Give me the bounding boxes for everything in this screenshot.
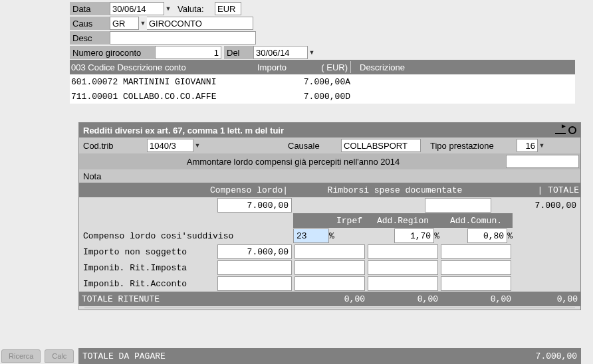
del-label: Del	[224, 46, 253, 59]
panel-title: Redditi diversi ex art. 67, comma 1 lett…	[83, 126, 284, 136]
row-importo: 7.000,00A	[257, 77, 350, 87]
totale-pagare-value: 7.000,00	[536, 351, 577, 361]
grid-header-currency: ( EUR)	[310, 62, 348, 72]
totale-ritenute-irpef: 0,00	[292, 294, 365, 304]
desc-label: Desc	[70, 31, 110, 45]
non-sogg-com[interactable]	[441, 244, 511, 259]
caus-code-input[interactable]: GR	[110, 17, 139, 30]
tab-ricerca[interactable]: Ricerca	[1, 349, 41, 363]
irpef-pct-input[interactable]: 23	[293, 228, 329, 243]
imposta-com[interactable]	[441, 260, 511, 275]
non-sogg-irpef[interactable]	[295, 244, 365, 259]
chevron-down-icon[interactable]: ▼	[139, 20, 147, 27]
table-row[interactable]: 601.00072 MARTININI GIOVANNI 7.000,00A	[70, 74, 575, 89]
totale-value: 7.000,00	[506, 198, 579, 213]
valuta-label: Valuta:	[175, 2, 215, 15]
nota-label: Nota	[80, 171, 114, 181]
pct-sign: %	[329, 231, 334, 241]
hdr-irpef: Irpef	[293, 216, 366, 226]
addreg-pct-input[interactable]: 1,70	[394, 228, 434, 243]
grid-header-importo: Importo	[257, 62, 310, 72]
importo-non-sogg-input[interactable]: 7.000,00	[217, 244, 292, 259]
data-input[interactable]: 30/06/14	[110, 2, 164, 15]
row-importo: 7.000,00D	[257, 92, 350, 102]
causale-label: Causale	[288, 141, 341, 151]
hdr-compenso: Compenso lordo|	[79, 185, 292, 195]
totale-pagare-label: TOTALE DA PAGARE	[82, 351, 166, 361]
addcom-pct-input[interactable]: 0,80	[467, 228, 507, 243]
row-codice: 711.00001 COLLABO.CO.CO.AFFE	[71, 92, 257, 102]
totale-ritenute-reg: 0,00	[365, 294, 438, 304]
divider	[84, 308, 575, 308]
hdr-totale: | TOTALE	[498, 185, 580, 195]
imponib-imposta-input[interactable]	[217, 260, 292, 275]
data-label: Data	[70, 2, 110, 15]
causale-input[interactable]: COLLABSPORT	[341, 139, 421, 152]
tab-calc[interactable]: Calc	[45, 349, 74, 363]
caus-desc-input[interactable]: GIROCONTO	[147, 17, 253, 30]
valuta-input[interactable]: EUR	[215, 2, 241, 15]
table-row[interactable]: 711.00001 COLLABO.CO.CO.AFFE 7.000,00D	[70, 89, 575, 104]
hdr-addcom: Add.Comun.	[439, 216, 513, 226]
num-giroconto-input[interactable]: 1	[155, 46, 221, 59]
codtrib-label: Cod.trib	[80, 141, 147, 151]
pin-icon[interactable]	[555, 126, 566, 134]
chevron-down-icon[interactable]: ▼	[193, 142, 201, 149]
ammontare-label: Ammontare lordo compensi già percepiti n…	[80, 157, 506, 167]
grid-header-descrizione: Descrizione	[360, 62, 575, 72]
caus-label: Caus	[70, 17, 110, 30]
compenso-input[interactable]: 7.000,00	[217, 198, 292, 213]
hdr-rimborsi: Rimborsi spese documentate	[292, 185, 498, 195]
codtrib-input[interactable]: 1040/3	[147, 139, 193, 152]
chevron-down-icon[interactable]: ▼	[308, 49, 316, 56]
grid-header-codice: 003 Codice Descrizione conto	[71, 62, 257, 72]
tipoprest-label: Tipo prestazione	[430, 141, 517, 151]
totale-pagare-bar: TOTALE DA PAGARE 7.000,00	[78, 348, 581, 364]
desc-input[interactable]	[110, 31, 256, 45]
tipoprest-input[interactable]: 16	[517, 139, 538, 152]
imponib-acconto-input[interactable]	[217, 276, 292, 291]
num-giroconto-label: Numero giroconto	[70, 46, 155, 59]
pct-sign: %	[434, 231, 439, 241]
rimborsi-input[interactable]	[425, 198, 491, 213]
totale-ritenute-com: 0,00	[438, 294, 511, 304]
redditi-panel: Redditi diversi ex art. 67, comma 1 lett…	[78, 122, 581, 310]
acconto-com[interactable]	[441, 276, 511, 291]
acconto-irpef[interactable]	[295, 276, 365, 291]
grid-header: 003 Codice Descrizione conto Importo ( E…	[70, 60, 575, 74]
hdr-addreg: Add.Region	[366, 216, 439, 226]
panel-title-bar: Redditi diversi ex art. 67, comma 1 lett…	[79, 123, 580, 137]
chevron-down-icon[interactable]: ▼	[164, 5, 172, 12]
acconto-reg[interactable]	[368, 276, 438, 291]
row-codice: 601.00072 MARTININI GIOVANNI	[71, 77, 257, 87]
totale-ritenute-tot: 0,00	[511, 294, 580, 304]
importo-non-sogg-label: Importo non soggetto	[80, 244, 217, 259]
totale-ritenute-label: TOTALE RITENUTE	[79, 294, 292, 304]
ammontare-input[interactable]	[506, 155, 579, 168]
pct-sign: %	[507, 231, 513, 241]
imponib-acconto-label: Imponib. Rit.Acconto	[80, 276, 217, 291]
imposta-irpef[interactable]	[295, 260, 365, 275]
imposta-reg[interactable]	[368, 260, 438, 275]
non-sogg-reg[interactable]	[368, 244, 438, 259]
imponib-imposta-label: Imponib. Rit.Imposta	[80, 260, 217, 275]
top-form: Data 30/06/14 ▼ Valuta: EUR Caus GR ▼ GI…	[70, 1, 593, 104]
suddiviso-label: Compenso lordo cosi'suddiviso	[80, 228, 293, 243]
del-input[interactable]: 30/06/14	[253, 46, 308, 59]
bottom-tabs: Ricerca Calc	[1, 349, 74, 363]
circle-icon[interactable]	[568, 126, 576, 134]
chevron-down-icon[interactable]: ▼	[538, 142, 546, 149]
